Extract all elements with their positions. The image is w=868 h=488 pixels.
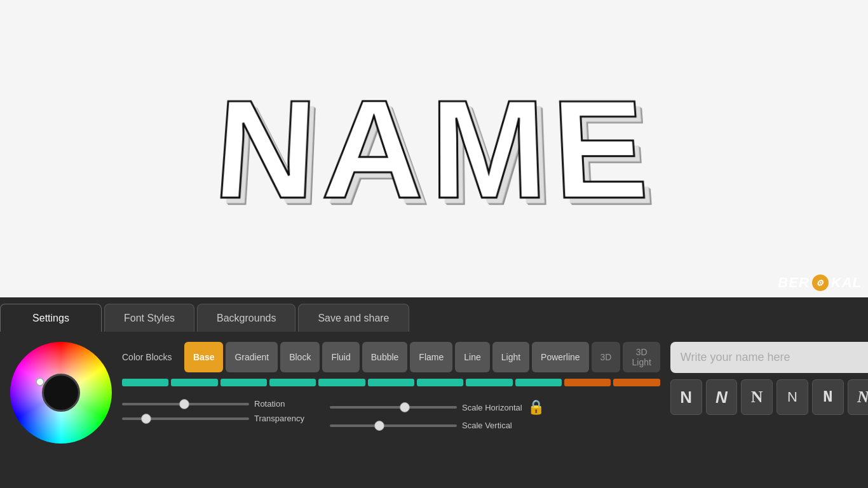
color-wheel-dot	[36, 377, 44, 386]
letter-grid: N N N N N N N N	[670, 379, 868, 415]
style-buttons: Base Gradient Block Fluid Bubble Flame L…	[184, 342, 660, 372]
style-btn-line[interactable]: Line	[455, 342, 489, 372]
style-btn-light[interactable]: Light	[492, 342, 529, 372]
color-bar-6[interactable]	[368, 379, 414, 386]
graffiti-preview: NAME	[209, 71, 658, 231]
color-wheel-container[interactable]	[10, 342, 112, 444]
color-bar-11[interactable]	[613, 379, 660, 386]
color-blocks-area: Color Blocks Base Gradient Block Fluid B…	[122, 342, 660, 478]
scale-h-label: Scale Horizontal	[462, 403, 522, 412]
transparency-label: Transparency	[254, 414, 304, 423]
canvas-area: NAME BER ⚙ KAL	[0, 0, 868, 297]
letter-tile-4[interactable]: N	[812, 379, 844, 415]
scale-v-row: Scale Vertical	[330, 421, 545, 430]
letter-tile-0[interactable]: N	[670, 379, 702, 415]
rotation-track[interactable]	[122, 403, 249, 405]
berkal-logo: BER ⚙ KAL	[778, 274, 862, 291]
color-wheel-inner	[42, 374, 80, 412]
transparency-row: Transparency	[122, 414, 304, 423]
letter-tile-1[interactable]: N	[706, 379, 738, 415]
color-bar-1[interactable]	[122, 379, 168, 386]
tab-font-styles[interactable]: Font Styles	[104, 304, 194, 332]
panel-content: Color Blocks Base Gradient Block Fluid B…	[0, 332, 868, 488]
sliders-area: Rotation Transparency Scale Hor	[122, 399, 660, 430]
style-btn-block[interactable]: Block	[280, 342, 320, 372]
style-btn-3d-light[interactable]: 3D Light	[623, 342, 660, 372]
name-input[interactable]	[670, 342, 868, 373]
scale-v-track[interactable]	[330, 424, 457, 427]
color-bars	[122, 379, 660, 386]
style-btn-powerline[interactable]: Powerline	[532, 342, 588, 372]
tab-save-share[interactable]: Save and share	[298, 304, 409, 332]
color-bar-9[interactable]	[515, 379, 562, 386]
color-blocks-label: Color Blocks	[122, 352, 179, 362]
color-bar-2[interactable]	[171, 379, 217, 386]
right-sliders: Scale Horizontal 🔒 Scale Vertical	[330, 399, 545, 430]
right-panel: N N N N N N N N	[670, 342, 868, 478]
letter-tile-2[interactable]: N	[741, 379, 773, 415]
style-btn-flame[interactable]: Flame	[410, 342, 452, 372]
color-bar-7[interactable]	[417, 379, 463, 386]
style-btn-gradient[interactable]: Gradient	[226, 342, 278, 372]
style-btn-3d[interactable]: 3D	[592, 342, 621, 372]
color-bar-3[interactable]	[220, 379, 267, 386]
scale-v-thumb[interactable]	[374, 421, 384, 431]
scale-h-row: Scale Horizontal 🔒	[330, 399, 545, 416]
rotation-thumb[interactable]	[179, 399, 189, 409]
color-bar-4[interactable]	[269, 379, 316, 386]
transparency-thumb[interactable]	[141, 414, 151, 424]
letter-tile-3[interactable]: N	[776, 379, 808, 415]
color-wheel[interactable]	[10, 342, 112, 444]
transparency-track[interactable]	[122, 417, 249, 420]
color-blocks-row: Color Blocks Base Gradient Block Fluid B…	[122, 342, 660, 372]
tab-settings[interactable]: Settings	[0, 304, 102, 332]
scale-h-track[interactable]	[330, 406, 457, 409]
letter-tile-5[interactable]: N	[848, 379, 868, 415]
berkal-icon: ⚙	[812, 274, 829, 291]
lock-icon[interactable]: 🔒	[527, 399, 545, 416]
scale-h-thumb[interactable]	[400, 402, 410, 412]
color-bar-8[interactable]	[466, 379, 512, 386]
control-panel: Settings Font Styles Backgrounds Save an…	[0, 297, 868, 488]
style-btn-fluid[interactable]: Fluid	[322, 342, 359, 372]
left-sliders: Rotation Transparency	[122, 399, 304, 430]
rotation-label: Rotation	[254, 399, 285, 409]
tab-backgrounds[interactable]: Backgrounds	[197, 304, 295, 332]
style-btn-bubble[interactable]: Bubble	[362, 342, 408, 372]
rotation-row: Rotation	[122, 399, 304, 409]
tab-bar: Settings Font Styles Backgrounds Save an…	[0, 297, 868, 332]
color-bar-10[interactable]	[564, 379, 611, 386]
scale-v-label: Scale Vertical	[462, 421, 512, 430]
style-btn-base[interactable]: Base	[184, 342, 223, 372]
color-bar-5[interactable]	[318, 379, 365, 386]
